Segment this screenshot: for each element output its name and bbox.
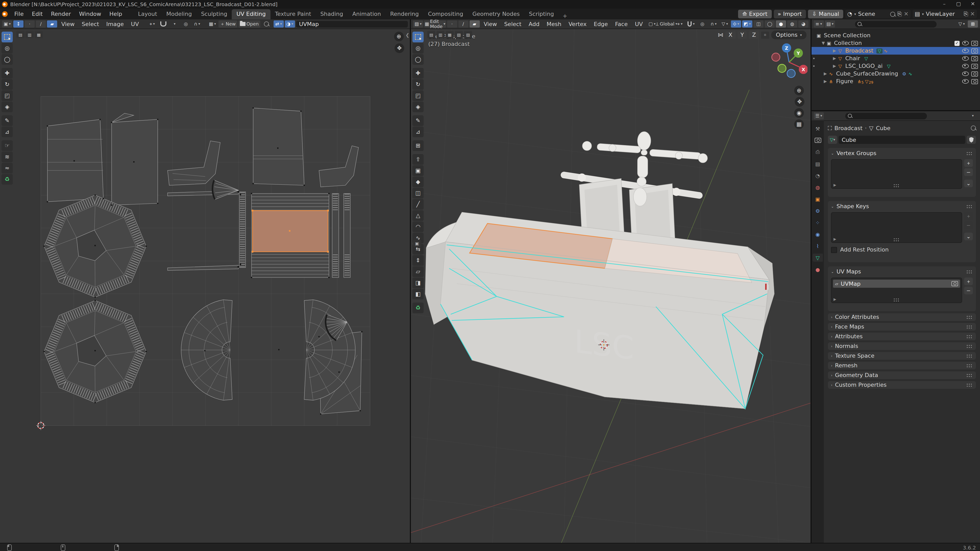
mirror-icon[interactable]: ⋈ [718, 32, 723, 38]
collapse-icon[interactable]: ⌄ [831, 151, 834, 156]
tab-tool[interactable]: ⚒ [813, 124, 823, 133]
viewport-flyout-icon[interactable]: ▣ [413, 240, 421, 247]
tab-physics[interactable]: ◉ [813, 230, 823, 238]
vp-setting-icon[interactable]: ▤ [427, 31, 435, 38]
tab-render[interactable] [813, 136, 823, 144]
xray-toggle[interactable]: ◫ [753, 21, 764, 27]
hide-eye-icon[interactable] [962, 56, 969, 61]
proportional-falloff-button[interactable]: ∩▾ [192, 21, 202, 27]
uv-canvas[interactable]: ◎ ◯ ✚ ↻ ◰ ◈ ✎ ⊿ ☞ ≋ ≈ ♻ ▤ ▥ ▦ ⊕ ✥ ❮ [0, 29, 410, 543]
vp-setting-icon[interactable]: ▨ [464, 31, 472, 38]
resize-icon[interactable]: ▶ [834, 297, 836, 302]
tool-select-box[interactable] [2, 32, 13, 42]
tab-particles[interactable]: ⁘ [813, 218, 823, 227]
color-attributes-panel[interactable]: ›Color Attributes [828, 313, 976, 321]
display-mode-button[interactable]: ▤▾ [825, 21, 835, 27]
disable-render-icon[interactable] [971, 71, 978, 76]
add-workspace-button[interactable]: + [558, 13, 571, 19]
hide-eye-icon[interactable] [962, 71, 969, 76]
breadcrumb-object[interactable]: Broadcast [834, 125, 862, 131]
tool-rotate[interactable]: ↻ [412, 79, 424, 90]
tab-object[interactable]: ▣ [813, 195, 823, 203]
proportional-editing-toggle[interactable]: ◎ [697, 21, 708, 27]
minimize-button[interactable]: – [937, 0, 951, 9]
uv-maps-list[interactable]: ▱ UVMap ▶ [831, 278, 962, 303]
tool-measure[interactable]: ⊿ [2, 127, 13, 137]
geometry-data-panel[interactable]: ›Geometry Data [828, 372, 976, 379]
tool-select-circle[interactable]: ◯ [2, 54, 13, 65]
tab-scene[interactable]: ◔ [813, 171, 823, 179]
add-vertex-group-button[interactable]: ＋ [964, 159, 973, 167]
collapse-sidebar-icon[interactable]: ❮ [406, 33, 409, 38]
menu-edit[interactable]: Edit [28, 11, 47, 17]
remove-shape-key-button[interactable]: − [964, 221, 973, 229]
outliner-row-chair[interactable]: ▶ ▽ Chair ▽ [811, 55, 980, 62]
expand-icon[interactable]: ▶ [823, 79, 828, 84]
uv-pan-button[interactable]: ✥ [395, 43, 404, 53]
expand-icon[interactable]: ▶ [823, 71, 828, 76]
scene-selector[interactable]: ◔▾ Scene ⎘✕ [845, 10, 911, 18]
vp-setting-icon[interactable]: ▧ [455, 31, 463, 38]
snap-settings-button[interactable]: ▾ [169, 21, 180, 27]
shading-rendered-button[interactable]: ◕ [798, 21, 808, 27]
add-rest-position-checkbox[interactable] [831, 247, 837, 253]
proportional-editing-toggle[interactable]: ◎ [181, 21, 191, 27]
tab-compositing[interactable]: Compositing [423, 9, 468, 19]
collapse-icon[interactable]: ⌄ [831, 204, 834, 208]
vp-setting-icon[interactable]: ▥ [436, 31, 445, 38]
disable-render-icon[interactable] [971, 79, 978, 84]
tool-transform[interactable]: ◈ [412, 102, 424, 112]
tab-texture-paint[interactable]: Texture Paint [270, 9, 316, 19]
shape-keys-list[interactable]: ▶ [831, 212, 962, 243]
outliner-row-scene-collection[interactable]: ▣ Scene Collection [811, 32, 980, 39]
outliner-row-collection[interactable]: ▼ ▣ Collection ✓ [811, 39, 980, 47]
vp-menu-view[interactable]: View [480, 21, 500, 27]
grip-icon[interactable] [894, 184, 900, 187]
fake-user-button[interactable] [967, 136, 976, 144]
tab-modifiers[interactable]: ⚙ [813, 206, 823, 215]
uv-sync-selection-toggle[interactable]: ↕ [13, 21, 24, 27]
expand-icon[interactable]: ▶ [832, 64, 837, 68]
select-mode-vertex[interactable]: · [447, 21, 457, 27]
normals-panel[interactable]: ›Normals [828, 342, 976, 350]
tool-cursor[interactable]: ◎ [412, 43, 424, 54]
tool-rotate[interactable]: ↻ [2, 79, 13, 90]
tool-relax[interactable]: ≋ [2, 151, 13, 162]
tab-constraints[interactable]: ⌇ [813, 242, 823, 250]
resize-icon[interactable]: ▶ [834, 237, 836, 241]
browse-image-button[interactable]: ▦▾ [207, 21, 218, 27]
proportional-falloff-button[interactable]: ∩▾ [708, 21, 719, 27]
gizmos-toggle[interactable]: ⟐▾ [731, 21, 741, 27]
grip-icon[interactable] [967, 335, 973, 338]
vp-menu-uv[interactable]: UV [632, 21, 646, 27]
expand-icon[interactable]: ▶ [832, 56, 837, 61]
copy-icon[interactable]: ⎘ [897, 11, 902, 17]
outliner-row-broadcast[interactable]: ▶ ▽ Broadcast ▽ ∿ [811, 47, 980, 55]
uv-map-name-field[interactable] [296, 21, 408, 27]
maximize-button[interactable]: ▢ [951, 0, 966, 9]
viewport-camera-view-button[interactable]: ◉ [794, 108, 804, 118]
unlink-icon[interactable]: ✕ [904, 11, 908, 17]
tool-select-circle[interactable]: ◯ [412, 54, 424, 65]
tab-geometry-nodes[interactable]: Geometry Nodes [468, 9, 525, 19]
tab-shading[interactable]: Shading [316, 9, 348, 19]
copy-icon[interactable]: ⎘ [964, 11, 968, 17]
editor-type-button[interactable]: ☰▾ [814, 112, 824, 119]
tool-scale[interactable]: ◰ [2, 90, 13, 101]
breadcrumb-data[interactable]: Cube [876, 125, 891, 131]
tab-uv-editing[interactable]: UV Editing [232, 9, 270, 19]
uv-select-edge-button[interactable]: ∕ [36, 21, 46, 27]
expand-icon[interactable]: ▶ [832, 48, 837, 53]
tab-material[interactable]: ● [813, 265, 823, 273]
pin-image-button[interactable] [261, 21, 272, 27]
mesh-name-field[interactable]: Cube [838, 136, 965, 144]
uv-select-vertex-button[interactable]: · [24, 21, 35, 27]
new-image-button[interactable]: ＋New [218, 21, 237, 27]
face-maps-panel[interactable]: ›Face Maps [828, 323, 976, 330]
vp-setting-icon[interactable]: ▦ [445, 31, 454, 38]
filter-button[interactable]: ▽▾ [956, 21, 967, 27]
hide-eye-icon[interactable] [962, 41, 969, 45]
uv-menu-image[interactable]: Image [103, 21, 127, 27]
active-render-icon[interactable] [951, 281, 958, 286]
disable-render-icon[interactable] [971, 64, 978, 68]
